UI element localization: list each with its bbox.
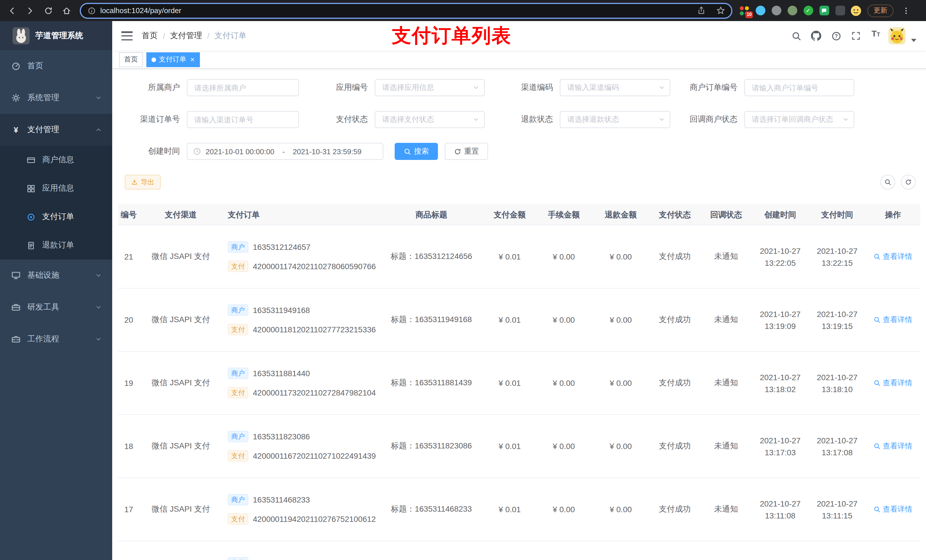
chevron-down-icon — [658, 84, 665, 91]
tab-pay-order[interactable]: 支付订单 × — [146, 52, 200, 67]
sidebar: 芋道管理系统 首页 系统管理 ¥ 支付管理 商户信息 — [0, 21, 112, 560]
search-button[interactable]: 搜索 — [395, 143, 438, 160]
date-end: 2021-10-31 23:59:59 — [293, 147, 362, 155]
header-cell: 支付金额 — [484, 204, 535, 225]
browser-toolbar: localhost:1024/pay/order 10 ✓ 更新 — [0, 0, 926, 21]
view-detail-link[interactable]: 查看详情 — [874, 378, 912, 388]
clock-icon — [193, 147, 201, 155]
refresh-table-button[interactable] — [901, 175, 916, 190]
sidebar-item-label: 退款订单 — [42, 240, 74, 251]
export-button[interactable]: 导出 — [125, 175, 160, 190]
extension-icon-chat[interactable] — [817, 4, 831, 17]
merchant-order-no-input[interactable] — [744, 79, 854, 96]
user-avatar[interactable] — [888, 27, 905, 44]
view-detail-link[interactable]: 查看详情 — [874, 315, 912, 325]
extension-icon-drop[interactable] — [753, 4, 768, 17]
extension-icon-check[interactable]: ✓ — [801, 4, 816, 17]
search-icon — [874, 316, 881, 323]
bookmark-star-button[interactable] — [713, 3, 728, 18]
cell-title: 标题：1635311881439 — [379, 352, 484, 414]
merchant-input[interactable] — [187, 79, 299, 96]
search-icon-button[interactable] — [789, 29, 803, 43]
extension-icon-gray[interactable] — [769, 4, 784, 17]
avatar-caret-icon[interactable] — [911, 38, 917, 43]
sidebar-item-workflow[interactable]: 工作流程 — [0, 323, 112, 355]
search-icon — [874, 253, 881, 260]
refund-status-select[interactable]: 请选择退款状态 — [560, 111, 670, 128]
sidebar-item-app-info[interactable]: 应用信息 — [0, 174, 112, 202]
sidebar-item-dev-tools[interactable]: 研发工具 — [0, 291, 112, 323]
table-row: 17 微信 JSAPI 支付 商户1635311468233 支付4200001… — [118, 478, 920, 541]
font-size-button[interactable]: TT — [869, 29, 883, 43]
extension-icon-colorful[interactable]: 10 — [737, 4, 752, 17]
target-icon — [26, 212, 35, 221]
channel-order-no: 4200001167202110271022491439 — [253, 451, 376, 460]
channel-code-select[interactable]: 请输入渠道编码 — [560, 79, 670, 96]
tab-close-icon[interactable]: × — [190, 56, 195, 63]
tab-home[interactable]: 首页 — [119, 52, 143, 67]
share-button[interactable] — [694, 3, 708, 18]
breadcrumb-current: 支付订单 — [215, 31, 247, 41]
home-button[interactable] — [58, 2, 75, 19]
back-button[interactable] — [3, 2, 21, 19]
cell-amount: ¥ 0.01 — [484, 352, 535, 414]
gear-icon — [11, 93, 21, 103]
date-range-input[interactable]: 2021-10-01 00:00:00 - 2021-10-31 23:59:5… — [187, 143, 383, 160]
cell-amount: ¥ 0.01 — [484, 225, 535, 288]
toggle-search-button[interactable] — [881, 175, 895, 190]
address-bar[interactable]: localhost:1024/pay/order — [80, 3, 732, 18]
cell-refund: ¥ 0.00 — [592, 478, 649, 540]
sidebar-item-label: 基础设施 — [27, 270, 59, 281]
sidebar-item-merchant-info[interactable]: 商户信息 — [0, 146, 112, 174]
sidebar-item-refund-order[interactable]: 退款订单 — [0, 231, 112, 260]
screen: localhost:1024/pay/order 10 ✓ 更新 芋道管理系统 — [0, 0, 926, 560]
channel-order-no-input[interactable] — [187, 111, 299, 128]
header-cell: 支付渠道 — [139, 204, 222, 225]
breadcrumb-home[interactable]: 首页 — [142, 31, 158, 41]
app-title: 芋道管理系统 — [35, 30, 83, 41]
sidebar-logo[interactable]: 芋道管理系统 — [0, 21, 112, 50]
browser-menu-button[interactable] — [897, 2, 915, 19]
table-row: 20 微信 JSAPI 支付 商户1635311949168 支付4200001… — [118, 288, 920, 352]
reset-button[interactable]: 重置 — [445, 143, 488, 160]
github-button[interactable] — [809, 29, 823, 43]
search-icon — [404, 148, 411, 155]
view-detail-link[interactable]: 查看详情 — [874, 441, 912, 451]
view-detail-link[interactable]: 查看详情 — [874, 252, 912, 262]
profile-avatar-icon[interactable] — [849, 4, 863, 17]
help-button[interactable]: ? — [829, 29, 843, 43]
reload-button[interactable] — [40, 2, 57, 19]
hamburger-button[interactable] — [121, 31, 133, 41]
extension-icon-olive[interactable] — [785, 4, 800, 17]
export-button-label: 导出 — [141, 177, 154, 187]
cell-fee: ¥ 0.00 — [535, 478, 592, 540]
browser-update-button[interactable]: 更新 — [867, 4, 894, 17]
cell-amount: ¥ 0.01 — [484, 478, 535, 540]
search-icon — [874, 506, 881, 513]
sidebar-item-home[interactable]: 首页 — [0, 50, 112, 82]
forward-button[interactable] — [22, 2, 39, 19]
cell-created: 2021-10-2713:11:08 — [752, 478, 809, 540]
filter-label-channel-order-no: 渠道订单号 — [118, 115, 187, 125]
extension-icon-dark[interactable] — [832, 4, 847, 17]
channel-order-no: 4200001181202110277723215336 — [253, 325, 376, 334]
download-icon — [131, 179, 138, 186]
app-no-select[interactable]: 请选择应用信息 — [375, 79, 485, 96]
header-cell: 退款金额 — [592, 204, 649, 225]
tab-label: 支付订单 — [159, 54, 186, 64]
notify-status-select[interactable]: 请选择订单回调商户状态 — [744, 111, 854, 128]
fullscreen-button[interactable] — [849, 29, 863, 43]
sidebar-item-pay-order[interactable]: 支付订单 — [0, 202, 112, 231]
cell-fee — [535, 541, 592, 560]
view-detail-link[interactable]: 查看详情 — [874, 504, 912, 515]
sidebar-item-system[interactable]: 系统管理 — [0, 82, 112, 114]
breadcrumb-payment[interactable]: 支付管理 — [170, 31, 202, 41]
info-icon — [88, 6, 96, 15]
table-toolbar: 导出 — [118, 175, 920, 190]
pay-status-select[interactable]: 请选择支付状态 — [375, 111, 485, 128]
merchant-order-no: 1635311823086 — [253, 432, 310, 441]
sidebar-item-infrastructure[interactable]: 基础设施 — [0, 260, 112, 291]
sidebar-item-label: 商户信息 — [42, 155, 74, 165]
header-cell: 支付状态 — [649, 204, 701, 225]
sidebar-item-payment[interactable]: ¥ 支付管理 — [0, 114, 112, 146]
